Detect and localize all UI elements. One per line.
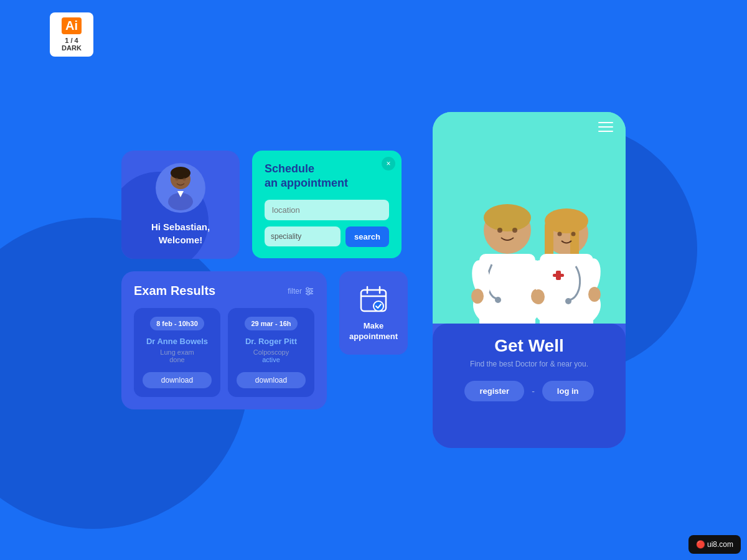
calendar-check-icon bbox=[358, 284, 389, 315]
speciality-select[interactable]: speciality bbox=[265, 226, 341, 246]
user-avatar bbox=[156, 163, 205, 213]
svg-point-2 bbox=[176, 178, 179, 181]
get-well-title: Get Well bbox=[448, 336, 611, 356]
svg-point-26 bbox=[495, 297, 501, 303]
login-button[interactable]: log in bbox=[542, 381, 594, 401]
watermark-dot: 🔴 bbox=[696, 540, 705, 549]
download-button-2[interactable]: download bbox=[237, 372, 306, 388]
phone-bottom-section: Get Well Find the best Doctor for & near… bbox=[433, 324, 626, 448]
svg-point-22 bbox=[512, 228, 517, 233]
app-badge: Ai 1 / 4 DARK bbox=[50, 12, 93, 57]
exam-doctor-2: Dr. Roger Pitt bbox=[237, 337, 306, 346]
search-row: speciality search bbox=[265, 226, 389, 247]
ai-logo: Ai bbox=[62, 17, 82, 34]
make-appointment-button[interactable]: Make appointment bbox=[339, 271, 408, 355]
get-well-subtitle: Find the best Doctor for & near you. bbox=[448, 360, 611, 368]
exam-header: Exam Results filter bbox=[134, 284, 314, 298]
register-button[interactable]: register bbox=[464, 381, 524, 401]
exam-item: 8 feb - 10h30 Dr Anne Bowels Lung exam d… bbox=[134, 308, 220, 397]
menu-line-1 bbox=[598, 122, 613, 123]
cta-row: register - log in bbox=[448, 381, 611, 401]
exam-items-list: 8 feb - 10h30 Dr Anne Bowels Lung exam d… bbox=[134, 308, 314, 397]
svg-point-32 bbox=[558, 232, 562, 236]
svg-point-3 bbox=[183, 178, 186, 181]
exam-doctor-1: Dr Anne Bowels bbox=[143, 337, 212, 346]
welcome-card: Hi Sebastian, Welcome! bbox=[121, 151, 240, 259]
menu-line-2 bbox=[598, 126, 613, 128]
filter-button[interactable]: filter bbox=[288, 286, 314, 296]
phone-header bbox=[598, 122, 613, 132]
watermark-badge: 🔴 ui8.com bbox=[688, 535, 741, 554]
exam-type-2: Colposcopy active bbox=[237, 348, 306, 363]
schedule-title: Schedule an appointment bbox=[265, 162, 389, 191]
svg-point-33 bbox=[571, 232, 576, 236]
svg-point-45 bbox=[532, 289, 545, 304]
svg-point-36 bbox=[565, 298, 571, 304]
svg-point-11 bbox=[307, 292, 309, 295]
theme-label: DARK bbox=[57, 44, 86, 52]
separator: - bbox=[532, 386, 535, 396]
search-button[interactable]: search bbox=[345, 226, 389, 247]
bottom-row: Exam Results filter bbox=[121, 271, 408, 409]
svg-point-10 bbox=[309, 290, 312, 292]
greeting-text: Hi Sebastian, Welcome! bbox=[136, 220, 225, 246]
svg-point-21 bbox=[497, 228, 502, 233]
svg-point-46 bbox=[588, 287, 601, 302]
schedule-card: × Schedule an appointment speciality sea… bbox=[252, 151, 402, 258]
doctors-illustration bbox=[433, 112, 626, 324]
location-input[interactable] bbox=[265, 200, 389, 220]
exam-date-2: 29 mar - 16h bbox=[245, 317, 297, 330]
svg-rect-38 bbox=[556, 271, 561, 280]
phone-card: Get Well Find the best Doctor for & near… bbox=[433, 112, 626, 448]
page-count: 1 / 4 bbox=[57, 37, 86, 44]
exam-item-2: 29 mar - 16h Dr. Roger Pitt Colposcopy a… bbox=[228, 308, 314, 397]
menu-line-3 bbox=[598, 131, 613, 132]
svg-point-9 bbox=[306, 287, 309, 290]
exam-title: Exam Results bbox=[134, 284, 215, 298]
svg-point-16 bbox=[374, 301, 383, 311]
download-button-1[interactable]: download bbox=[143, 372, 212, 388]
svg-point-41 bbox=[471, 289, 484, 304]
make-appointment-label: Make appointment bbox=[349, 321, 398, 342]
exam-type-1: Lung exam done bbox=[143, 348, 212, 363]
exam-date-1: 8 feb - 10h30 bbox=[150, 317, 204, 330]
svg-point-20 bbox=[484, 204, 531, 231]
close-button[interactable]: × bbox=[382, 157, 395, 170]
svg-point-1 bbox=[171, 167, 190, 179]
hamburger-menu[interactable] bbox=[598, 122, 613, 132]
exam-results-card: Exam Results filter bbox=[121, 271, 327, 409]
